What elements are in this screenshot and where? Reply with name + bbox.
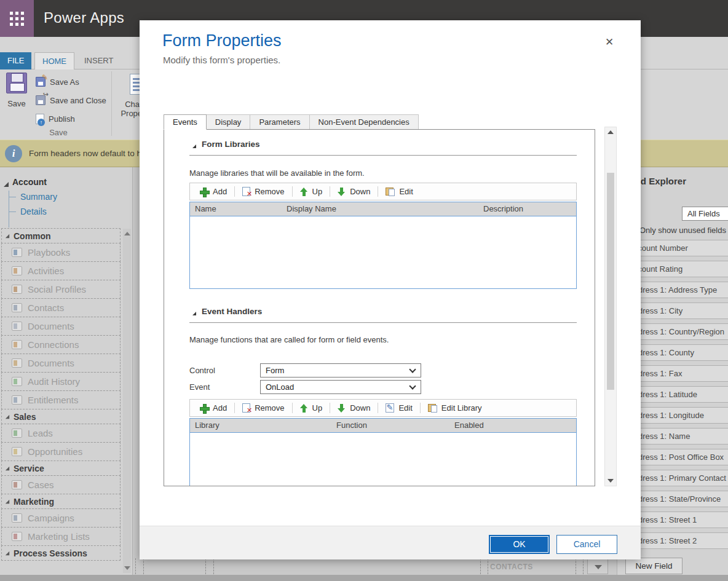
sidebar-item-campaigns[interactable]: Campaigns	[1, 508, 121, 528]
leads-icon	[12, 429, 22, 438]
scrollbar-thumb[interactable]	[607, 173, 614, 390]
collapse-triangle-icon	[6, 234, 9, 237]
sidebar-item-label: Cases	[28, 480, 54, 490]
sidebar-section-label: Service	[14, 464, 44, 473]
collapse-triangle-icon	[6, 499, 9, 503]
notification-text: Form headers now default to hi	[29, 149, 143, 158]
scroll-down-icon[interactable]	[607, 479, 614, 483]
sidebar-item-documents[interactable]: Documents	[1, 317, 121, 336]
toolbar-button-label: Up	[312, 403, 323, 413]
form-tab-summary[interactable]: Summary	[20, 192, 57, 202]
event-handlers-table[interactable]: LibraryFunctionEnabled	[189, 418, 577, 486]
event-handlers-heading[interactable]: Event Handlers	[192, 307, 262, 316]
sidebar-item-entitlements[interactable]: Entitlements	[1, 390, 121, 409]
save-and-close-button[interactable]: Save and Close	[36, 93, 106, 107]
event-select[interactable]: OnLoad	[260, 380, 421, 394]
sidebar-item-playbooks[interactable]: Playbooks	[1, 243, 121, 262]
tab-events[interactable]: Events	[164, 114, 207, 130]
sidebar-section-process-sessions[interactable]: Process Sessions	[1, 545, 121, 561]
control-select[interactable]: Form	[260, 363, 421, 377]
sidebar-item-activities[interactable]: Activities	[1, 261, 121, 280]
column-header-description: Description	[483, 204, 523, 213]
new-field-button[interactable]: New Field	[625, 558, 682, 574]
toolbar-button-label: Up	[312, 187, 323, 196]
sidebar-item-marketing-lists[interactable]: Marketing Lists	[1, 527, 121, 546]
remove-button[interactable]: Remove	[235, 183, 291, 200]
form-libraries-heading[interactable]: Form Libraries	[192, 140, 260, 149]
remove-button[interactable]: Remove	[235, 400, 291, 416]
scroll-up-icon[interactable]	[607, 130, 614, 134]
edit-button[interactable]: Edit	[378, 183, 420, 200]
sidebar-item-opportunities[interactable]: Opportunities	[1, 442, 121, 461]
close-icon[interactable]: ✕	[602, 35, 617, 50]
edit-library-button[interactable]: Edit Library	[421, 400, 489, 416]
publish-icon	[36, 114, 44, 124]
toolbar-button-label: Edit	[398, 403, 412, 413]
ribbon-tab-insert[interactable]: INSERT	[77, 52, 121, 69]
sidebar-section-sales[interactable]: Sales	[1, 409, 121, 424]
edit-button[interactable]: Edit	[378, 400, 419, 416]
publish-button[interactable]: Publish	[36, 112, 75, 125]
dialog-scrollbar[interactable]	[604, 127, 617, 486]
sidebar-section-marketing[interactable]: Marketing	[1, 494, 121, 509]
toolbar-button-label: Edit	[399, 187, 413, 196]
scroll-up-icon[interactable]	[124, 232, 130, 235]
section-rule	[189, 155, 577, 156]
sidebar-item-contacts[interactable]: Contacts	[1, 298, 121, 317]
sidebar-scrollbar[interactable]	[123, 229, 131, 573]
table-header-row: NameDisplay NameDescription	[190, 202, 576, 216]
tab-display[interactable]: Display	[207, 114, 251, 130]
collapse-triangle-icon	[6, 466, 9, 470]
sidebar-item-cases[interactable]: Cases	[1, 475, 121, 494]
sidebar-section-label: Sales	[14, 412, 36, 422]
form-libraries-table[interactable]: NameDisplay NameDescription	[189, 202, 577, 289]
collapse-triangle-icon	[6, 414, 9, 418]
field-filter-select[interactable]: All Fields	[682, 207, 728, 221]
app-launcher-button[interactable]	[0, 0, 34, 37]
down-arrow-icon	[338, 188, 346, 196]
scroll-down-icon[interactable]	[124, 566, 130, 570]
save-button[interactable]: Save	[2, 73, 31, 128]
sidebar-section-service[interactable]: Service	[1, 460, 121, 476]
save-as-button[interactable]: Save As	[36, 75, 79, 89]
entity-section-header[interactable]: Account	[4, 177, 47, 187]
up-button[interactable]: Up	[293, 400, 330, 416]
ok-button[interactable]: OK	[489, 535, 550, 554]
tree-tick	[9, 197, 16, 197]
canvas-column-divider	[143, 558, 144, 574]
tab-non-event-dependencies[interactable]: Non-Event Dependencies	[310, 114, 419, 130]
dialog-title: Form Properties	[162, 31, 282, 50]
sidebar-item-audit-history[interactable]: Audit History	[1, 372, 121, 391]
cancel-button[interactable]: Cancel	[556, 535, 617, 554]
column-header-library: Library	[195, 421, 220, 430]
documents-icon	[12, 358, 22, 368]
cases-icon	[12, 480, 22, 489]
canvas-column-divider	[135, 558, 136, 574]
section-dropdown-button[interactable]	[587, 558, 608, 574]
sidebar-item-label: Activities	[28, 266, 64, 276]
dialog-tabs: EventsDisplayParametersNon-Event Depende…	[164, 114, 419, 130]
ribbon-tab-file[interactable]: FILE	[0, 52, 31, 69]
down-button[interactable]: Down	[330, 400, 378, 416]
save-and-close-icon	[36, 95, 46, 105]
unused-fields-checkbox[interactable]: Only show unused fields	[628, 226, 726, 235]
sidebar-item-connections[interactable]: Connections	[1, 335, 121, 354]
sidebar-item-documents[interactable]: Documents	[1, 354, 121, 373]
ribbon-tab-home[interactable]: HOME	[34, 52, 74, 69]
chevron-down-icon	[409, 366, 416, 373]
sidebar-item-social-profiles[interactable]: Social Profiles	[1, 280, 121, 299]
canvas-column-divider	[205, 558, 206, 574]
form-tab-details[interactable]: Details	[20, 207, 47, 216]
documents-icon	[12, 322, 22, 331]
tab-parameters[interactable]: Parameters	[250, 114, 309, 130]
sidebar-section-label: Common	[14, 231, 51, 241]
form-navigator-sidebar: Account Summary Details CommonPlaybooksA…	[0, 167, 133, 575]
add-button[interactable]: Add	[192, 400, 234, 416]
up-button[interactable]: Up	[293, 183, 330, 200]
down-button[interactable]: Down	[330, 183, 378, 200]
edit-copy-icon	[386, 188, 395, 196]
add-button[interactable]: Add	[192, 183, 234, 200]
sidebar-section-common[interactable]: Common	[1, 228, 121, 243]
add-icon	[200, 404, 208, 413]
sidebar-item-leads[interactable]: Leads	[1, 424, 121, 443]
